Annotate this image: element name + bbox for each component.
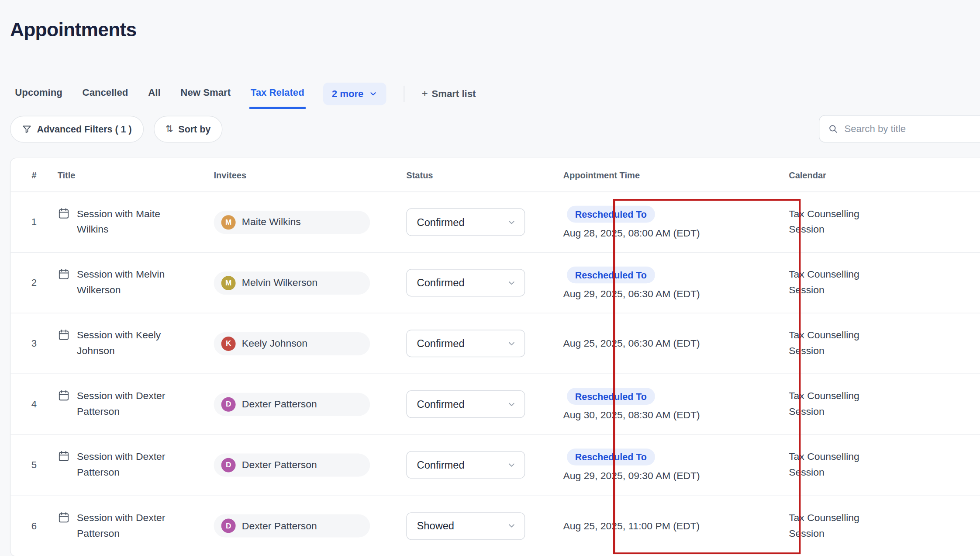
column-header-status: Status: [406, 170, 563, 180]
invitee[interactable]: M Maite Wilkins: [214, 211, 370, 234]
smart-list-label: Smart list: [431, 88, 476, 100]
avatar: M: [221, 275, 236, 290]
invitee[interactable]: D Dexter Patterson: [214, 453, 370, 476]
tab-new-smart[interactable]: New Smart: [179, 79, 232, 108]
calendar-icon: [58, 268, 70, 281]
chevron-down-icon: [507, 217, 516, 226]
column-header-calendar: Calendar: [789, 170, 980, 180]
status-select[interactable]: Showed: [406, 512, 525, 539]
table-row: 3 Session with Keely Johnson K Keely Joh…: [10, 313, 980, 374]
status-value: Confirmed: [417, 337, 465, 349]
column-header-number: #: [10, 170, 57, 180]
rescheduled-badge: Rescheduled To: [567, 266, 655, 283]
avatar: M: [221, 215, 236, 229]
plus-icon: +: [422, 87, 428, 100]
tab-tax-related[interactable]: Tax Related: [249, 79, 306, 108]
table-row: 4 Session with Dexter Patterson D Dexter…: [10, 374, 980, 435]
calendar-name: Tax Counselling Session: [789, 389, 876, 420]
invitee[interactable]: M Melvin Wilkerson: [214, 271, 370, 294]
rescheduled-badge: Rescheduled To: [567, 205, 655, 222]
row-number: 5: [10, 459, 57, 471]
column-header-title: Title: [58, 170, 214, 180]
chevron-down-icon: [507, 521, 516, 530]
calendar-icon: [58, 450, 70, 462]
invitee-name: Melvin Wilkerson: [242, 277, 317, 288]
appointment-time: Aug 28, 2025, 08:00 AM (EDT): [563, 227, 700, 239]
chevron-down-icon: [507, 460, 516, 469]
column-header-appointment-time: Appointment Time: [563, 170, 789, 180]
table-row: 5 Session with Dexter Patterson D Dexter…: [10, 435, 980, 496]
status-select[interactable]: Confirmed: [406, 269, 525, 296]
advanced-filters-label: Advanced Filters ( 1 ): [37, 124, 131, 134]
status-value: Confirmed: [417, 398, 465, 410]
search-icon: [828, 123, 838, 135]
table-header-row: # Title Invitees Status Appointment Time…: [10, 158, 980, 192]
avatar: D: [221, 458, 236, 472]
add-smart-list-button[interactable]: + Smart list: [422, 87, 476, 100]
appointment-title[interactable]: Session with Dexter Patterson: [77, 449, 172, 480]
table-row: 2 Session with Melvin Wilkerson M Melvin…: [10, 253, 980, 313]
column-header-invitees: Invitees: [214, 170, 406, 180]
row-number: 3: [10, 338, 57, 349]
status-value: Confirmed: [417, 459, 465, 471]
invitee-name: Keely Johnson: [242, 338, 307, 349]
appointment-title[interactable]: Session with Dexter Patterson: [77, 510, 172, 541]
advanced-filters-button[interactable]: Advanced Filters ( 1 ): [10, 115, 144, 142]
invitee-name: Dexter Patterson: [242, 459, 317, 471]
calendar-icon: [58, 389, 70, 402]
search-input[interactable]: [844, 123, 971, 135]
appointment-title[interactable]: Session with Maite Wilkins: [77, 207, 172, 238]
avatar: K: [221, 336, 236, 351]
invitee-name: Dexter Patterson: [242, 399, 317, 410]
calendar-icon: [58, 329, 70, 341]
invitee-name: Dexter Patterson: [242, 520, 317, 532]
avatar: D: [221, 518, 236, 533]
table-row: 6 Session with Dexter Patterson D Dexter…: [10, 496, 980, 556]
calendar-name: Tax Counselling Session: [789, 510, 876, 541]
status-select[interactable]: Confirmed: [406, 208, 525, 236]
appointment-time: Aug 25, 2025, 11:00 PM (EDT): [563, 520, 700, 532]
appointment-title[interactable]: Session with Melvin Wilkerson: [77, 267, 172, 298]
appointments-table: # Title Invitees Status Appointment Time…: [10, 158, 980, 556]
tabs-divider: [404, 86, 404, 102]
more-tabs-label: 2 more: [332, 88, 364, 100]
appointments-page: Appointments Upcoming Cancelled All New …: [0, 0, 980, 556]
tab-upcoming[interactable]: Upcoming: [14, 79, 63, 108]
status-select[interactable]: Confirmed: [406, 390, 525, 418]
row-number: 4: [10, 399, 57, 410]
sort-by-button[interactable]: ⇅ Sort by: [154, 115, 223, 142]
filter-icon: [22, 124, 32, 134]
invitee-name: Maite Wilkins: [242, 216, 301, 228]
calendar-name: Tax Counselling Session: [789, 328, 876, 359]
status-select[interactable]: Confirmed: [406, 330, 525, 357]
invitee[interactable]: D Dexter Patterson: [214, 393, 370, 416]
status-value: Showed: [417, 520, 454, 532]
rescheduled-badge: Rescheduled To: [567, 388, 655, 405]
appointment-title[interactable]: Session with Keely Johnson: [77, 328, 172, 359]
row-number: 1: [10, 216, 57, 228]
search-box[interactable]: [819, 115, 980, 142]
calendar-name: Tax Counselling Session: [789, 449, 876, 480]
chevron-down-icon: [507, 400, 516, 409]
tab-all[interactable]: All: [147, 79, 162, 108]
status-select[interactable]: Confirmed: [406, 451, 525, 479]
tabs-bar: Upcoming Cancelled All New Smart Tax Rel…: [14, 79, 980, 109]
page-title: Appointments: [10, 19, 137, 42]
appointment-time: Aug 29, 2025, 09:30 AM (EDT): [563, 470, 700, 482]
row-number: 6: [10, 520, 57, 532]
tab-cancelled[interactable]: Cancelled: [81, 79, 130, 108]
appointment-time: Aug 25, 2025, 06:30 AM (EDT): [563, 338, 700, 349]
status-value: Confirmed: [417, 216, 465, 228]
calendar-name: Tax Counselling Session: [789, 207, 876, 238]
chevron-down-icon: [507, 339, 516, 348]
appointment-title[interactable]: Session with Dexter Patterson: [77, 389, 172, 420]
chevron-down-icon: [507, 278, 516, 287]
chevron-down-icon: [369, 90, 377, 98]
invitee[interactable]: K Keely Johnson: [214, 332, 370, 355]
more-tabs-button[interactable]: 2 more: [323, 83, 386, 105]
toolbar: Advanced Filters ( 1 ) ⇅ Sort by: [10, 115, 980, 142]
rescheduled-badge: Rescheduled To: [567, 448, 655, 465]
invitee[interactable]: D Dexter Patterson: [214, 514, 370, 537]
avatar: D: [221, 397, 236, 411]
sort-by-label: Sort by: [178, 124, 210, 134]
